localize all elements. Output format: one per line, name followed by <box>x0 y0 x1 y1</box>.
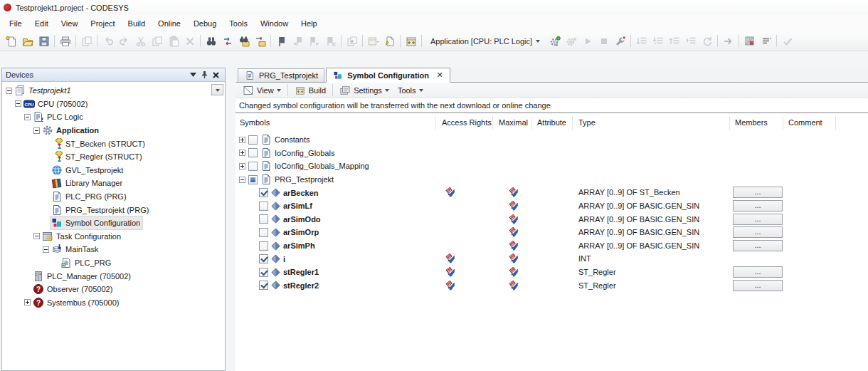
collapse-icon[interactable] <box>14 99 23 108</box>
tree-item-library-manager[interactable]: Library Manager <box>51 177 125 189</box>
menu-file[interactable]: File <box>3 17 28 30</box>
execution-order-icon[interactable] <box>758 33 774 49</box>
column-header-type[interactable]: Type <box>578 118 596 127</box>
checkbox[interactable] <box>259 228 268 237</box>
tree-item-plc-logic[interactable]: PLC Logic <box>32 110 85 123</box>
maximal-rights-icon[interactable] <box>509 201 519 211</box>
members-button[interactable]: ... <box>733 226 783 238</box>
print-icon[interactable] <box>57 33 73 49</box>
active-application-selector[interactable]: Application [CPU: PLC Logic] <box>425 35 545 48</box>
tools-menu-button[interactable]: Tools <box>393 84 428 97</box>
force-values-icon[interactable] <box>741 33 758 49</box>
maximal-rights-icon[interactable] <box>509 281 519 291</box>
close-panel-icon[interactable] <box>210 70 221 80</box>
open-project-icon[interactable] <box>19 33 36 49</box>
menu-build[interactable]: Build <box>122 17 152 30</box>
show-next-statement-icon[interactable] <box>720 33 736 49</box>
collapse-icon[interactable] <box>41 245 51 254</box>
checkbox[interactable] <box>259 214 268 224</box>
menu-debug[interactable]: Debug <box>187 17 223 30</box>
collapse-icon[interactable] <box>32 126 41 135</box>
tree-item-plc-prg[interactable]: PLC_PRG <box>60 256 113 269</box>
maximal-rights-icon[interactable] <box>509 241 519 251</box>
expand-icon[interactable] <box>23 298 32 307</box>
access-rights-icon[interactable] <box>445 187 455 197</box>
maximal-rights-icon[interactable] <box>509 187 519 197</box>
collapse-icon[interactable] <box>239 177 245 183</box>
close-tab-icon[interactable]: ✕ <box>435 71 444 80</box>
tab-prg-testprojekt[interactable]: PRG_Testprojekt <box>238 68 324 82</box>
tree-item-plc-manager-705002-[interactable]: PLC_Manager (705002) <box>32 270 133 283</box>
access-rights-icon[interactable] <box>445 254 455 263</box>
save-icon[interactable] <box>36 33 52 49</box>
build-icon[interactable] <box>403 33 419 49</box>
menu-project[interactable]: Project <box>84 17 121 30</box>
tree-item-plc-prg-prg-[interactable]: PLC_PRG (PRG) <box>51 190 129 203</box>
pin-icon[interactable] <box>199 70 210 80</box>
find-icon[interactable] <box>203 33 219 49</box>
checkbox[interactable] <box>248 175 258 184</box>
column-header-attribute[interactable]: Attribute <box>537 118 566 127</box>
menu-tools[interactable]: Tools <box>223 17 254 30</box>
maximal-rights-icon[interactable] <box>509 267 519 277</box>
members-button[interactable]: ... <box>733 187 783 198</box>
checkbox[interactable] <box>259 241 268 251</box>
expand-icon[interactable] <box>239 150 245 156</box>
members-button[interactable]: ... <box>733 280 783 291</box>
tree-item-application[interactable]: Application <box>41 124 101 137</box>
column-header-comment[interactable]: Comment <box>788 118 822 127</box>
new-project-icon[interactable] <box>3 33 19 49</box>
expand-icon[interactable] <box>239 137 245 143</box>
find-in-project-icon[interactable] <box>235 33 252 49</box>
tree-item-systembus-705000-[interactable]: ?Systembus (705000) <box>32 296 122 309</box>
tree-item-task-configuration[interactable]: Task Configuration <box>41 230 123 243</box>
panel-menu-chevron-icon[interactable] <box>187 70 199 80</box>
column-header-access-rights[interactable]: Access Rights <box>442 118 492 127</box>
device-dropdown-button[interactable] <box>211 84 223 95</box>
checkbox[interactable] <box>248 148 258 157</box>
column-header-symbols[interactable]: Symbols <box>240 118 270 127</box>
tree-item-maintask[interactable]: MainTask <box>51 243 100 256</box>
members-button[interactable]: ... <box>733 266 783 278</box>
menu-edit[interactable]: Edit <box>28 17 55 30</box>
members-button[interactable]: ... <box>733 200 783 211</box>
expand-icon[interactable] <box>239 163 245 169</box>
maximal-rights-icon[interactable] <box>509 227 519 237</box>
access-rights-icon[interactable] <box>445 267 455 277</box>
collapse-icon[interactable] <box>23 113 32 122</box>
single-cycle-icon[interactable] <box>612 33 628 49</box>
view-menu-button[interactable]: View <box>238 83 285 98</box>
tree-item-cpu-705002-[interactable]: CPUCPU (705002) <box>23 98 90 110</box>
new-object-icon[interactable] <box>381 33 398 49</box>
menu-view[interactable]: View <box>55 17 85 30</box>
collapse-icon[interactable] <box>32 231 41 241</box>
maximal-rights-icon[interactable] <box>509 214 519 224</box>
checkbox[interactable] <box>248 162 258 171</box>
menu-online[interactable]: Online <box>152 17 187 30</box>
checkbox[interactable] <box>259 268 268 277</box>
build-button[interactable]: Build <box>290 83 330 98</box>
access-rights-icon[interactable] <box>445 281 455 291</box>
toggle-bookmark-icon[interactable] <box>273 33 290 49</box>
replace-in-project-icon[interactable] <box>252 33 268 49</box>
settings-menu-button[interactable]: Settings <box>335 83 393 98</box>
tree-item-symbol-configuration[interactable]: Symbol Configuration <box>51 216 142 229</box>
checkbox[interactable] <box>259 202 268 211</box>
tab-symbol-configuration[interactable]: Symbol Configuration✕ <box>326 68 450 83</box>
checkbox[interactable] <box>259 188 268 197</box>
maximal-rights-icon[interactable] <box>509 254 519 263</box>
tree-item-observer-705002-[interactable]: ?Observer (705002) <box>32 283 115 296</box>
column-header-members[interactable]: Members <box>735 118 768 127</box>
checkbox[interactable] <box>259 254 268 263</box>
tree-item-prg-testprojekt-prg-[interactable]: PRG_Testprojekt (PRG) <box>51 204 151 216</box>
tree-item-st-regler-struct-[interactable]: ST_Regler (STRUCT) <box>51 150 144 163</box>
menu-help[interactable]: Help <box>295 17 324 30</box>
tree-item-st-becken-struct-[interactable]: ST_Becken (STRUCT) <box>51 137 147 150</box>
column-header-maximal[interactable]: Maximal <box>499 118 528 127</box>
checkbox[interactable] <box>248 135 258 145</box>
members-button[interactable]: ... <box>733 240 783 251</box>
tree-item-testprojekt1[interactable]: Testprojekt1 <box>14 84 73 97</box>
checkbox[interactable] <box>259 281 268 290</box>
login-icon[interactable] <box>546 33 563 49</box>
menu-window[interactable]: Window <box>254 17 295 30</box>
